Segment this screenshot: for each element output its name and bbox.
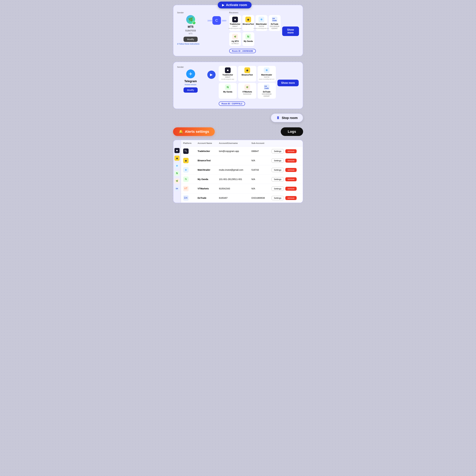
room1-show-more-button[interactable]: Show more [282,27,299,36]
r2-matchtrader-icon: ❄ [264,68,270,73]
remove-button[interactable]: remove [285,177,297,181]
col-username: Account/Username [217,140,249,146]
room1-receivers-grid: ■ Tradelocker 696647 tom@copygram.app ◆ … [229,15,281,46]
list-item: ■ Tradelocker 696647 tom@copygram.app [229,15,241,31]
list-item: DXtrade DxTrade DXD1869938 6165497 [269,15,281,31]
strip-matchtrader-icon: ❄ [174,163,180,168]
remove-button[interactable]: remove [285,168,297,172]
room1-sender-section: Sender 🌿 5 MT5 51847033 MT5 Modify ℹ Fol… [177,11,204,45]
strip-binance-icon: ◆ [174,156,180,161]
list-item: 🌿 VTMarkets 910541543 [238,83,256,99]
room2-sender-section: Sender ✈ Telegram Hosted version Modify [177,66,204,93]
list-item: ■ Tradelocker 696647 tom@copygram.app [219,66,237,82]
list-item: N My Oanda [219,83,237,99]
matchtrader-icon: ❄ [258,17,264,22]
cell-account-name: Tradelocker [195,146,217,156]
remove-button[interactable]: remove [285,149,297,153]
cell-subaccount: N/A [249,175,269,184]
r2-vtmarkets-icon: 🌿 [244,84,250,90]
col-actions [269,140,303,146]
cell-actions: Settings remove [269,165,303,175]
arrow-center-icon: C [212,16,221,25]
platform-icon: N [183,177,188,182]
activate-room-button[interactable]: ▶ Activate room [218,1,251,8]
room2-show-more-button[interactable]: Show more [277,80,299,86]
platform-icon: ❄ [183,167,188,172]
cell-platform: VT [181,184,195,193]
room1-receivers-label: Receivers [229,11,299,14]
room1-room-id: Room ID : ANHW42IB [229,49,256,53]
remove-button[interactable]: remove [285,196,297,200]
cell-account-name: Matchtrader [195,165,217,175]
action-row: 🔔 Alerts settings Logs [173,127,303,136]
cell-account-name: DxTrade [195,193,217,203]
receivers-table-card: ■ ◆ ❄ N 🌿 DX Platform Account Name Accou… [173,140,303,203]
table-row: VT VTMarkets 910541543 N/A Settings remo… [181,184,303,193]
cell-actions: Settings remove [269,193,303,203]
cell-actions: Settings remove [269,175,303,184]
room2-arrow: ▶ [207,66,216,79]
room1-arrow: »»» C »»» [207,11,226,25]
list-item: 🌿 my MT4 21758112 [229,32,241,46]
strip-vtmarkets-icon: 🌿 [174,178,180,184]
remove-button[interactable]: remove [285,187,297,191]
settings-button[interactable]: Settings [272,196,284,200]
room2-room-id: Room ID : CGFFF3L2 [219,102,245,106]
logs-button[interactable]: Logs [281,127,303,136]
cell-username: mubo.invest@gmail.com [217,165,249,175]
list-item: ❄ Matchtrader 519743 mubo.invest@gmail.c… [255,15,267,31]
cell-subaccount: 519743 [249,165,269,175]
hosted-label: Hosted version [185,84,196,85]
arrows-left-icon: »»» [207,18,212,23]
list-item: ❄ Matchtrader 519743 mubo.invest@gmail.c… [258,66,276,82]
dxtrade-icon: DXtrade [272,17,277,22]
settings-button[interactable]: Settings [272,158,284,163]
myoanda-icon: N [245,34,251,39]
r2-binance-icon: ◆ [244,68,250,73]
settings-button[interactable]: Settings [272,149,284,153]
mymt4-icon: 🌿 [232,34,238,39]
sender-id: 51847033 [185,29,196,32]
table-row: TL Tradelocker tom@copygram.app 696647 S… [181,146,303,156]
room1-card: ▶ Activate room Sender 🌿 5 MT5 51847033 … [173,5,303,56]
bell-icon: 🔔 [179,130,183,134]
cell-platform: DX [181,193,195,203]
alerts-settings-button[interactable]: 🔔 Alerts settings [173,127,215,136]
list-item: N My Oanda [242,32,254,46]
pause-icon: ⏸ [276,116,280,120]
strip-tradelocker-icon: ■ [174,148,180,153]
stop-room-button[interactable]: ⏸ Stop room [271,113,303,122]
platform-icon: TL [183,149,188,154]
cell-actions: Settings remove [269,146,303,156]
room2-play-button[interactable]: ▶ [207,70,216,79]
sender-avatar: 🌿 5 [186,15,195,24]
cell-platform: ◆ [181,156,195,165]
platform-icon: ◆ [183,158,188,163]
list-item: ◆ BinanceTest [238,66,256,82]
sender-badge: 5 [192,21,196,25]
settings-button[interactable]: Settings [272,187,284,191]
room1-sender-label: Sender [177,11,204,14]
room2-card: Sender ✈ Telegram Hosted version Modify … [173,62,303,109]
cell-subaccount: N/A [249,156,269,165]
cell-username: 101-001-26129511-001 [217,175,249,184]
cell-subaccount: N/A [249,184,269,193]
telegram-name: Telegram [184,80,197,83]
room1-sender-box: 🌿 5 MT5 51847033 MT5 Modify [177,15,204,42]
play-icon: ▶ [222,3,224,7]
cell-username: 910541543 [217,184,249,193]
room2-modify-button[interactable]: Modify [184,87,198,93]
room1-modify-button[interactable]: Modify [184,37,198,42]
room2-sender-label: Sender [177,66,204,68]
cell-actions: Settings remove [269,184,303,193]
settings-button[interactable]: Settings [272,168,284,172]
list-item: ◆ BinanceTest [242,15,254,31]
follow-instructions-link[interactable]: ℹ Follow these instructions [177,43,204,45]
remove-button[interactable]: remove [285,159,297,163]
cell-username: tom@copygram.app [217,146,249,156]
table-left-strip: ■ ◆ ❄ N 🌿 DX [173,140,181,203]
cell-platform: ❄ [181,165,195,175]
col-account-name: Account Name [195,140,217,146]
settings-button[interactable]: Settings [272,177,284,181]
arrows-right-icon: »»» [221,18,226,23]
